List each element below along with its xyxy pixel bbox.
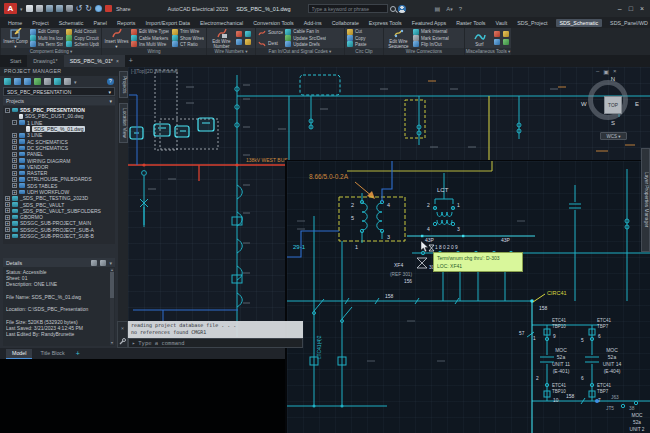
command-history-close-icon[interactable]: × <box>118 325 127 331</box>
paste-button[interactable]: Paste <box>347 41 367 47</box>
pm-new-project-icon[interactable] <box>4 78 11 85</box>
new-drawing-tab-button[interactable]: + <box>125 55 137 67</box>
misc-tool-button[interactable] <box>503 30 509 38</box>
wire-number-tool-button[interactable] <box>245 30 251 38</box>
layout-tab[interactable]: Model <box>6 349 32 359</box>
viewcube-face-top[interactable]: TOP <box>604 96 622 114</box>
misc-tool-button[interactable] <box>494 38 500 46</box>
insert-component-button[interactable]: Insert Comp▾ <box>3 28 28 48</box>
save-icon[interactable] <box>46 5 53 12</box>
help-icon[interactable]: ? <box>459 6 462 12</box>
tree-item[interactable]: + _SDS_PBC_VAULT_SUBFOLDERS <box>3 208 115 214</box>
viewcube-south[interactable]: S <box>584 120 642 126</box>
panel-title-wire-connections[interactable]: Wire Connections <box>384 48 464 55</box>
store-icon[interactable]: ▤ <box>435 5 441 12</box>
tree-expander[interactable]: + <box>5 196 10 201</box>
search-input[interactable] <box>308 4 388 13</box>
details-scrollbar[interactable]: ▲ ▼ <box>110 268 114 345</box>
tree-expander[interactable]: + <box>12 171 17 176</box>
ribbon-tab[interactable]: Reports <box>115 19 138 27</box>
edit-wire-sequence-button[interactable]: Edit Wire Sequence <box>386 28 411 48</box>
ribbon-tab[interactable]: Raster Tools <box>454 19 487 27</box>
tree-expander[interactable]: + <box>5 215 10 220</box>
ribbon-tab[interactable]: Featured Apps <box>410 19 448 27</box>
tree-expander[interactable]: + <box>12 133 17 138</box>
restore-button[interactable]: □ <box>629 5 633 12</box>
update-drefs-button[interactable]: Update Drefs <box>285 41 326 47</box>
tree-expander[interactable]: + <box>12 145 17 150</box>
tree-expander[interactable]: - <box>5 108 10 113</box>
tab-layer-properties-manager[interactable]: Layer Properties Manager <box>641 148 650 252</box>
ribbon-tab[interactable]: Electromechanical <box>198 19 245 27</box>
ribbon-tab[interactable]: Vault <box>494 19 510 27</box>
ribbon-tab[interactable]: SDS_Schematic <box>556 19 603 27</box>
panel-title-circ-clip[interactable]: Circ Clip <box>345 48 383 55</box>
tree-expander[interactable]: + <box>5 234 10 239</box>
insert-multi-wire-button[interactable]: Ins Multi Wire <box>131 41 169 47</box>
ribbon-tab[interactable]: Project <box>30 19 51 27</box>
ribbon-tab[interactable]: Collaborate <box>330 19 361 27</box>
surf-button[interactable]: Surf <box>467 30 492 47</box>
new-layout-button[interactable]: + <box>73 350 83 357</box>
minimize-button[interactable]: – <box>618 5 622 12</box>
ribbon-tab[interactable]: Home <box>6 19 24 27</box>
details-collapse-icon[interactable]: ▾ <box>109 260 112 266</box>
panel-title-fan-in-out[interactable]: Fan In/Out and Signal Codes ▾ <box>256 48 344 55</box>
misc-tool-button[interactable] <box>503 38 509 46</box>
ribbon-tab[interactable]: Panel <box>91 19 109 27</box>
tab-projects[interactable]: Projects <box>119 71 128 98</box>
tree-expander[interactable]: + <box>12 158 17 163</box>
panel-title-miscellaneous[interactable]: Miscellaneous Tools ▾ <box>465 48 511 55</box>
tree-expander[interactable]: + <box>12 183 17 188</box>
pm-help-icon[interactable]: ? <box>107 78 114 85</box>
search-icon[interactable] <box>390 6 396 12</box>
pm-settings-icon[interactable] <box>64 78 71 85</box>
pm-publish-icon[interactable] <box>54 78 61 85</box>
ribbon-tab[interactable]: SDS_Project <box>515 19 549 27</box>
ribbon-tab[interactable]: Express Tools <box>367 19 404 27</box>
misc-tool-button[interactable] <box>494 30 500 38</box>
pm-recent-icon[interactable] <box>24 78 31 85</box>
viewcube-east[interactable]: E <box>635 101 639 107</box>
tree-expander[interactable]: - <box>12 120 17 125</box>
customize-wrench-icon[interactable] <box>119 338 126 345</box>
open-file-icon[interactable] <box>36 5 43 12</box>
share-button[interactable]: Share <box>116 6 131 12</box>
project-selector[interactable]: SDS_PBC_PRESENTATION ▾ <box>3 87 115 96</box>
panel-title-component-editing[interactable]: Component Editing ▾ <box>1 48 101 55</box>
tree-item[interactable]: + SDSGC_SUB-PROJECT_SUB-B <box>3 233 115 239</box>
plot-icon[interactable] <box>66 5 73 12</box>
autocad-logo-button[interactable]: A <box>4 3 17 14</box>
edit-wire-number-button[interactable]: Edit Wire Number <box>209 28 234 48</box>
projects-section-header[interactable]: Projects ▾ <box>3 97 115 105</box>
wcs-dropdown[interactable]: WCS ▾ <box>600 132 627 140</box>
pm-open-project-icon[interactable] <box>14 78 21 85</box>
ribbon-tab[interactable]: SDS_Panel/WD <box>608 19 650 27</box>
app-menu-caret-icon[interactable]: ▾ <box>20 6 23 12</box>
save-as-icon[interactable] <box>56 5 63 12</box>
tree-expander[interactable]: + <box>12 190 17 195</box>
ribbon-tab[interactable]: Schematic <box>57 19 86 27</box>
tree-expander[interactable]: + <box>12 177 17 182</box>
panel-title-wire-numbers[interactable]: Wire Numbers ▾ <box>207 48 255 55</box>
close-button[interactable]: × <box>640 5 644 12</box>
insert-terminal-strip-button[interactable]: Ins Term Strip <box>30 41 63 47</box>
layout-tab[interactable]: Title Block <box>34 349 70 359</box>
web-icon[interactable] <box>95 5 102 12</box>
ct-ratio-button[interactable]: CT Ratio <box>172 41 204 47</box>
tab-close-icon[interactable]: × <box>116 55 119 67</box>
wire-number-tool-button[interactable] <box>245 38 251 46</box>
pm-settings-caret-icon[interactable]: ▾ <box>74 79 77 85</box>
new-file-icon[interactable] <box>26 5 33 12</box>
ribbon-tab[interactable]: Conversion Tools <box>251 19 296 27</box>
pm-details-toggle-icon[interactable] <box>44 78 51 85</box>
ribbon-tab[interactable]: Add-ins <box>302 19 324 27</box>
sign-in-icon[interactable] <box>398 5 406 13</box>
dest-arrow-button[interactable]: Dest <box>258 40 283 48</box>
file-tab[interactable]: Start× <box>4 55 27 67</box>
tree-expander[interactable]: + <box>12 139 17 144</box>
command-input[interactable]: ▸ Type a command <box>128 338 303 348</box>
file-tab[interactable]: Drawing1*× <box>27 55 63 67</box>
ribbon-tab[interactable]: Import/Export Data <box>143 19 191 27</box>
file-tab[interactable]: SDS_PBC_%_01*× <box>64 55 125 67</box>
